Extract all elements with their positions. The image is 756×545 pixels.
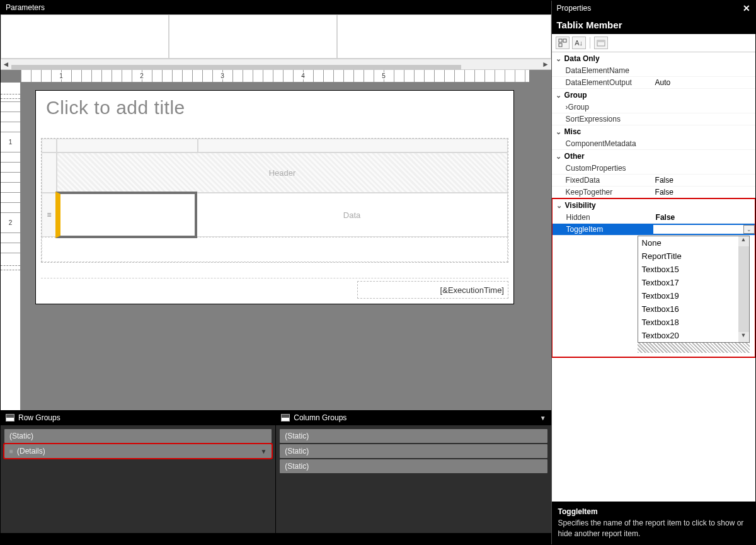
property-name: ToggleItem (566, 225, 653, 234)
tablix-column-header[interactable] (57, 139, 198, 152)
scroll-up-icon[interactable]: ▲ (738, 236, 749, 246)
chevron-down-icon: ⌄ (556, 202, 565, 210)
column-groups-menu-icon[interactable]: ▼ (540, 415, 546, 422)
categorized-icon[interactable] (556, 37, 570, 49)
toggleitem-dropdown[interactable]: NoneReportTitleTextbox15Textbox17Textbox… (638, 236, 750, 343)
dropdown-option[interactable]: Textbox19 (638, 289, 738, 302)
property-value[interactable]: False (653, 213, 755, 222)
property-value[interactable]: Auto (653, 78, 755, 87)
property-value[interactable] (653, 103, 755, 112)
tablix-row-header[interactable] (42, 152, 57, 193)
property-category[interactable]: ⌄Other (552, 150, 755, 163)
column-group-item[interactable]: (Static) (280, 429, 547, 443)
parameters-scrollbar[interactable]: ◄ ► (1, 59, 551, 69)
tablix-footer-area[interactable] (42, 237, 508, 262)
execution-time-field[interactable]: [&ExecutionTime] (357, 281, 508, 299)
property-value[interactable]: False (653, 188, 755, 197)
dropdown-option[interactable]: Textbox17 (638, 276, 738, 289)
property-name: FixedData (566, 176, 653, 185)
tablix-row-handle[interactable]: ≡ (42, 193, 57, 237)
highlighted-section: ⌄VisibilityHiddenFalseToggleItem⌄NoneRep… (552, 198, 755, 358)
property-pages-icon[interactable] (594, 37, 608, 49)
chevron-down-icon: ⌄ (556, 91, 564, 100)
tablix-header-cell[interactable]: Header (57, 152, 508, 193)
scroll-right-icon[interactable]: ► (541, 60, 551, 69)
help-text: Specifies the name of the report item to… (558, 518, 749, 539)
close-icon[interactable]: ✕ (743, 3, 750, 13)
dropdown-option[interactable]: Textbox15 (638, 263, 738, 276)
property-name: DataElementName (566, 66, 653, 75)
property-row[interactable]: ComponentMetadata (552, 138, 755, 150)
resize-grip-icon[interactable] (638, 343, 750, 353)
alphabetical-icon[interactable]: A↓ (572, 37, 586, 49)
property-row[interactable]: FixedDataFalse (552, 175, 755, 186)
row-groups-header: Row Groups (1, 410, 275, 425)
property-name: DataElementOutput (566, 78, 653, 87)
dropdown-button-icon[interactable]: ⌄ (743, 225, 755, 234)
property-category[interactable]: ⌄Data Only (552, 52, 755, 65)
tablix-corner[interactable] (42, 139, 57, 152)
dropdown-option[interactable]: Textbox20 (638, 329, 738, 342)
table-icon (6, 414, 14, 422)
column-group-item[interactable]: (Static) (280, 444, 547, 458)
property-name: KeepTogether (566, 188, 653, 197)
scroll-left-icon[interactable]: ◄ (1, 60, 11, 69)
row-group-item[interactable]: ≡(Details)▼ (4, 444, 272, 458)
dropdown-option[interactable]: None (638, 236, 738, 250)
svg-rect-4 (597, 40, 605, 42)
property-row[interactable]: SortExpressions (552, 113, 755, 125)
chevron-down-icon: ⌄ (556, 55, 564, 63)
parameters-panel: Parameters ◄ ► (1, 1, 551, 70)
property-category[interactable]: ⌄Visibility (553, 199, 755, 212)
row-group-item[interactable]: (Static) (4, 429, 272, 443)
property-category[interactable]: ⌄Group (552, 89, 755, 101)
scroll-track[interactable] (738, 246, 749, 332)
dropdown-option[interactable]: Textbox16 (638, 302, 738, 316)
column-group-item[interactable]: (Static) (280, 459, 547, 473)
parameter-cell[interactable] (169, 14, 337, 59)
tablix-selected-cell[interactable] (55, 192, 197, 238)
property-value[interactable] (653, 115, 755, 123)
chevron-down-icon: ⌄ (556, 152, 564, 161)
parameter-cell[interactable] (1, 14, 169, 59)
property-name: ComponentMetadata (566, 139, 653, 148)
property-row[interactable]: DataElementName (552, 65, 755, 77)
properties-grid[interactable]: ⌄Data OnlyDataElementNameDataElementOutp… (552, 52, 755, 502)
property-value[interactable] (653, 164, 755, 173)
property-row[interactable]: ToggleItem⌄ (553, 224, 755, 236)
property-category[interactable]: ⌄Misc (552, 125, 755, 138)
property-row[interactable]: HiddenFalse (553, 212, 755, 224)
design-surface[interactable]: 1 2 3 4 5 1 2 Click to add title (1, 70, 551, 410)
tablix-data-cell[interactable]: Data (196, 193, 508, 237)
tablix-column-header[interactable] (198, 139, 508, 152)
grouping-pane: Row Groups (Static)≡(Details)▼ Column Gr… (1, 410, 551, 533)
chevron-down-icon[interactable]: ▼ (260, 448, 266, 455)
property-value[interactable]: False (653, 176, 755, 185)
parameters-header: Parameters (1, 1, 551, 14)
properties-panel: Properties ✕ Tablix Member A↓ ⌄Data Only… (551, 1, 755, 544)
vertical-ruler: 1 2 (1, 83, 21, 410)
property-row[interactable]: CustomProperties (552, 163, 755, 175)
report-title-placeholder[interactable]: Click to add title (36, 91, 513, 125)
chevron-right-icon: › (566, 103, 568, 112)
property-row[interactable]: ›Group (552, 101, 755, 113)
property-name: SortExpressions (566, 115, 653, 123)
property-value[interactable]: ⌄ (653, 225, 755, 234)
property-row[interactable]: KeepTogetherFalse (552, 186, 755, 198)
property-value[interactable] (653, 139, 755, 148)
tablix[interactable]: Header ≡ Data (41, 138, 508, 263)
property-name: Hidden (566, 213, 653, 222)
report-body[interactable]: Click to add title Header ≡ (35, 90, 514, 304)
svg-rect-1 (563, 39, 566, 42)
svg-rect-0 (559, 39, 562, 42)
help-title: ToggleItem (558, 507, 749, 517)
properties-header: Properties ✕ (552, 1, 755, 16)
property-value[interactable] (653, 66, 755, 75)
dropdown-option[interactable]: Textbox18 (638, 316, 738, 329)
properties-help: ToggleItem Specifies the name of the rep… (552, 502, 755, 544)
scroll-down-icon[interactable]: ▼ (738, 332, 749, 342)
parameter-cell[interactable] (337, 14, 551, 59)
dropdown-option[interactable]: ReportTitle (638, 250, 738, 263)
property-row[interactable]: DataElementOutputAuto (552, 77, 755, 89)
parameters-grid[interactable] (1, 14, 551, 59)
